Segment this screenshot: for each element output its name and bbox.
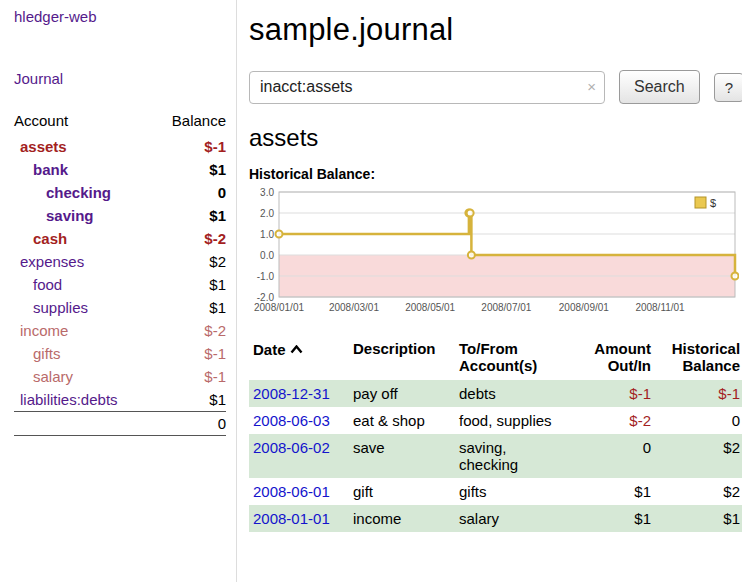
transaction-accounts: food, supplies xyxy=(455,407,583,434)
account-link[interactable]: expenses xyxy=(20,253,84,270)
account-row: assets$-1 xyxy=(14,135,226,158)
register-header-row: Date Description To/From Account(s) Amou… xyxy=(249,338,742,380)
transaction-date-link[interactable]: 2008-06-03 xyxy=(253,412,330,429)
accounts-table: Account Balance assets$-1bank$1checking0… xyxy=(14,108,226,436)
svg-text:2008/05/01: 2008/05/01 xyxy=(405,302,455,313)
transaction-amount: $-1 xyxy=(583,380,655,407)
account-row: liabilities:debts$1 xyxy=(14,388,226,412)
clear-search-icon[interactable]: × xyxy=(587,78,596,95)
account-row: bank$1 xyxy=(14,158,226,181)
transaction-description: eat & shop xyxy=(349,407,455,434)
transaction-amount: 0 xyxy=(583,434,655,478)
account-row: supplies$1 xyxy=(14,296,226,319)
transaction-date-cell: 2008-06-02 xyxy=(249,434,349,478)
transaction-balance: 0 xyxy=(655,407,742,434)
account-balance: $1 xyxy=(153,388,226,412)
transaction-date-cell: 2008-06-01 xyxy=(249,478,349,505)
account-link[interactable]: income xyxy=(20,322,68,339)
account-row: expenses$2 xyxy=(14,250,226,273)
transaction-amount: $1 xyxy=(583,505,655,532)
account-balance: $-1 xyxy=(153,135,226,158)
account-link[interactable]: assets xyxy=(20,138,67,155)
svg-text:$: $ xyxy=(710,197,716,209)
transaction-balance: $1 xyxy=(655,505,742,532)
svg-text:1.0: 1.0 xyxy=(260,229,274,240)
historical-balance-chart: 3.02.01.00.0-1.0-2.02008/01/012008/03/01… xyxy=(249,186,742,324)
transaction-date-link[interactable]: 2008-06-01 xyxy=(253,483,330,500)
accounts-header-balance: Balance xyxy=(153,108,226,135)
account-link[interactable]: supplies xyxy=(33,299,88,316)
transaction-accounts: gifts xyxy=(455,478,583,505)
accounts-total-spacer xyxy=(14,412,153,436)
svg-text:2.0: 2.0 xyxy=(260,208,274,219)
transaction-accounts: saving, checking xyxy=(455,434,583,478)
register-header-description: Description xyxy=(349,338,455,380)
transaction-description: gift xyxy=(349,478,455,505)
account-balance: 0 xyxy=(153,181,226,204)
transaction-date-link[interactable]: 2008-06-02 xyxy=(253,439,330,456)
svg-text:-2.0: -2.0 xyxy=(257,292,275,303)
accounts-header-row: Account Balance xyxy=(14,108,226,135)
account-balance: $-2 xyxy=(153,227,226,250)
accounts-header-account: Account xyxy=(14,108,153,135)
account-link[interactable]: food xyxy=(33,276,62,293)
account-row: checking0 xyxy=(14,181,226,204)
account-balance: $-2 xyxy=(153,319,226,342)
sort-ascending-icon xyxy=(290,340,303,357)
page: hledger-web Journal Account Balance asse… xyxy=(0,0,742,582)
account-link[interactable]: bank xyxy=(33,161,68,178)
account-heading: assets xyxy=(249,124,742,152)
svg-text:2008/09/01: 2008/09/01 xyxy=(559,302,609,313)
register-header-amount: Amount Out/In xyxy=(583,338,655,380)
svg-text:2008/03/01: 2008/03/01 xyxy=(329,302,379,313)
transaction-accounts: debts xyxy=(455,380,583,407)
account-link[interactable]: cash xyxy=(33,230,67,247)
account-row: income$-2 xyxy=(14,319,226,342)
register-header-date[interactable]: Date xyxy=(249,338,349,380)
account-balance: $1 xyxy=(153,158,226,181)
transaction-date-link[interactable]: 2008-12-31 xyxy=(253,385,330,402)
main-content: sample.journal × Search ? assets Histori… xyxy=(237,0,742,582)
app-brand-link[interactable]: hledger-web xyxy=(14,8,97,25)
register-header-accounts: To/From Account(s) xyxy=(455,338,583,380)
register-row: 2008-06-01giftgifts$1$2 xyxy=(249,478,742,505)
sidebar: hledger-web Journal Account Balance asse… xyxy=(0,0,237,582)
help-button[interactable]: ? xyxy=(714,73,742,102)
transaction-amount: $-2 xyxy=(583,407,655,434)
account-balance: $-1 xyxy=(153,365,226,388)
account-link[interactable]: liabilities:debts xyxy=(20,391,118,408)
account-link[interactable]: gifts xyxy=(33,345,61,362)
chart-heading: Historical Balance: xyxy=(249,166,742,182)
sidebar-item-journal[interactable]: Journal xyxy=(14,70,63,87)
svg-text:-1.0: -1.0 xyxy=(257,271,275,282)
account-row: salary$-1 xyxy=(14,365,226,388)
account-link[interactable]: checking xyxy=(46,184,111,201)
transaction-date-link[interactable]: 2008-01-01 xyxy=(253,510,330,527)
transaction-date-cell: 2008-01-01 xyxy=(249,505,349,532)
account-link[interactable]: saving xyxy=(46,207,94,224)
account-row: food$1 xyxy=(14,273,226,296)
search-input[interactable] xyxy=(249,71,605,104)
account-balance: $2 xyxy=(153,250,226,273)
register-header-date-label: Date xyxy=(253,341,286,358)
account-balance: $1 xyxy=(153,296,226,319)
search-input-wrapper: × xyxy=(249,71,605,104)
register-row: 2008-01-01incomesalary$1$1 xyxy=(249,505,742,532)
transaction-description: pay off xyxy=(349,380,455,407)
account-balance: $1 xyxy=(153,204,226,227)
register-table: Date Description To/From Account(s) Amou… xyxy=(249,338,742,532)
svg-text:2008/11/01: 2008/11/01 xyxy=(635,302,685,313)
account-row: cash$-2 xyxy=(14,227,226,250)
svg-text:2008/01/01: 2008/01/01 xyxy=(254,302,304,313)
svg-text:2008/07/01: 2008/07/01 xyxy=(481,302,531,313)
search-button[interactable]: Search xyxy=(619,70,700,104)
register-row: 2008-06-02savesaving, checking0$2 xyxy=(249,434,742,478)
account-row: gifts$-1 xyxy=(14,342,226,365)
accounts-total-value: 0 xyxy=(153,412,226,436)
register-header-balance: Historical Balance xyxy=(655,338,742,380)
transaction-description: income xyxy=(349,505,455,532)
transaction-balance: $2 xyxy=(655,434,742,478)
register-table-body: 2008-12-31pay offdebts$-1$-12008-06-03ea… xyxy=(249,380,742,532)
accounts-total-row: 0 xyxy=(14,412,226,436)
account-link[interactable]: salary xyxy=(33,368,73,385)
